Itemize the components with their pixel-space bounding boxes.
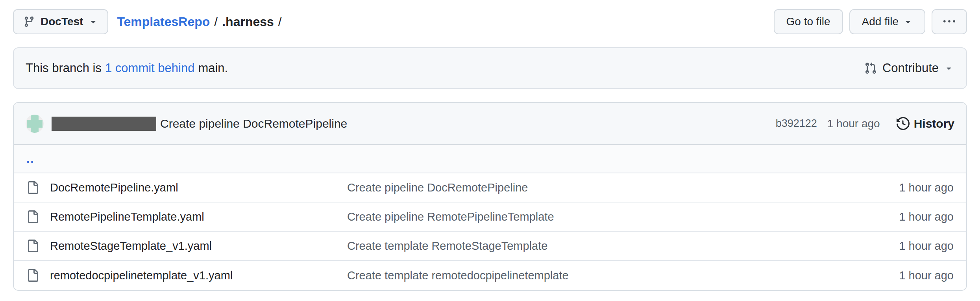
- file-name-link[interactable]: RemotePipelineTemplate.yaml: [50, 210, 204, 223]
- file-name-link[interactable]: RemoteStageTemplate_v1.yaml: [50, 240, 212, 253]
- table-row[interactable]: remotedocpipelinetemplate_v1.yaml Create…: [14, 261, 966, 290]
- chevron-down-icon: [89, 17, 98, 26]
- parent-directory-row[interactable]: ..: [14, 145, 966, 173]
- file-commit-time: 1 hour ago: [899, 181, 954, 194]
- add-file-button[interactable]: Add file: [849, 9, 925, 34]
- repo-file-browser: DocTest TemplatesRepo / .harness / Go to…: [13, 0, 967, 291]
- file-name-cell: remotedocpipelinetemplate_v1.yaml: [26, 269, 347, 282]
- status-text-prefix: This branch is: [26, 61, 102, 75]
- commit-sha-link[interactable]: b392122: [776, 117, 817, 130]
- chevron-down-icon: [944, 63, 954, 73]
- history-link[interactable]: History: [897, 117, 954, 130]
- file-name-cell: DocRemotePipeline.yaml: [26, 181, 347, 194]
- branch-status-text: This branch is1 commit behindmain.: [26, 61, 228, 75]
- history-label: History: [914, 117, 954, 130]
- contribute-label: Contribute: [882, 61, 939, 75]
- breadcrumb: TemplatesRepo / .harness /: [117, 15, 281, 29]
- breadcrumb-repo-link[interactable]: TemplatesRepo: [117, 15, 210, 29]
- git-branch-icon: [23, 16, 35, 28]
- table-row[interactable]: RemoteStageTemplate_v1.yaml Create templ…: [14, 232, 966, 261]
- go-to-file-button[interactable]: Go to file: [774, 9, 843, 34]
- file-commit-time: 1 hour ago: [899, 269, 954, 282]
- file-name-cell: RemoteStageTemplate_v1.yaml: [26, 240, 347, 253]
- add-file-label: Add file: [862, 15, 899, 28]
- branch-selector-button[interactable]: DocTest: [13, 9, 108, 34]
- breadcrumb-current-dir: .harness: [222, 15, 274, 29]
- commit-time: 1 hour ago: [827, 117, 880, 130]
- latest-commit-header: Create pipeline DocRemotePipeline b39212…: [14, 103, 966, 145]
- author-name-redacted: [52, 117, 156, 131]
- file-commit-message-link[interactable]: Create template RemoteStageTemplate: [347, 240, 899, 253]
- table-row[interactable]: DocRemotePipeline.yaml Create pipeline D…: [14, 173, 966, 203]
- top-bar: DocTest TemplatesRepo / .harness / Go to…: [13, 9, 967, 34]
- file-name-link[interactable]: remotedocpipelinetemplate_v1.yaml: [50, 269, 233, 282]
- file-commit-message-link[interactable]: Create pipeline DocRemotePipeline: [347, 181, 899, 194]
- file-icon: [26, 181, 39, 194]
- table-row[interactable]: RemotePipelineTemplate.yaml Create pipel…: [14, 203, 966, 232]
- latest-commit-meta: b392122 1 hour ago History: [776, 117, 954, 130]
- status-text-suffix: main.: [198, 61, 228, 75]
- contribute-dropdown[interactable]: Contribute: [864, 61, 954, 75]
- file-icon: [26, 269, 39, 282]
- branch-name: DocTest: [41, 15, 83, 28]
- branch-and-breadcrumb: DocTest TemplatesRepo / .harness /: [13, 9, 282, 34]
- chevron-down-icon: [903, 17, 913, 26]
- breadcrumb-separator: /: [278, 15, 282, 29]
- branch-status-banner: This branch is1 commit behindmain. Contr…: [13, 47, 967, 89]
- file-commit-message-link[interactable]: Create pipeline RemotePipelineTemplate: [347, 210, 899, 223]
- commits-behind-link[interactable]: 1 commit behind: [105, 61, 194, 75]
- top-bar-actions: Go to file Add file: [774, 9, 967, 34]
- file-listing-panel: Create pipeline DocRemotePipeline b39212…: [13, 102, 967, 291]
- history-clock-icon: [897, 117, 910, 130]
- file-commit-time: 1 hour ago: [899, 210, 954, 223]
- latest-commit-info: Create pipeline DocRemotePipeline: [26, 115, 347, 133]
- avatar[interactable]: [26, 115, 44, 133]
- parent-directory-link[interactable]: ..: [26, 152, 35, 165]
- file-commit-time: 1 hour ago: [899, 240, 954, 253]
- file-commit-message-link[interactable]: Create template remotedocpipelinetemplat…: [347, 269, 899, 282]
- latest-commit-message-link[interactable]: Create pipeline DocRemotePipeline: [160, 117, 347, 130]
- kebab-horizontal-icon: [943, 16, 955, 28]
- git-compare-icon: [864, 62, 877, 74]
- more-options-button[interactable]: [932, 9, 967, 34]
- file-name-cell: RemotePipelineTemplate.yaml: [26, 210, 347, 223]
- file-icon: [26, 240, 39, 252]
- file-icon: [26, 210, 39, 223]
- breadcrumb-separator: /: [214, 15, 218, 29]
- file-name-link[interactable]: DocRemotePipeline.yaml: [50, 181, 178, 194]
